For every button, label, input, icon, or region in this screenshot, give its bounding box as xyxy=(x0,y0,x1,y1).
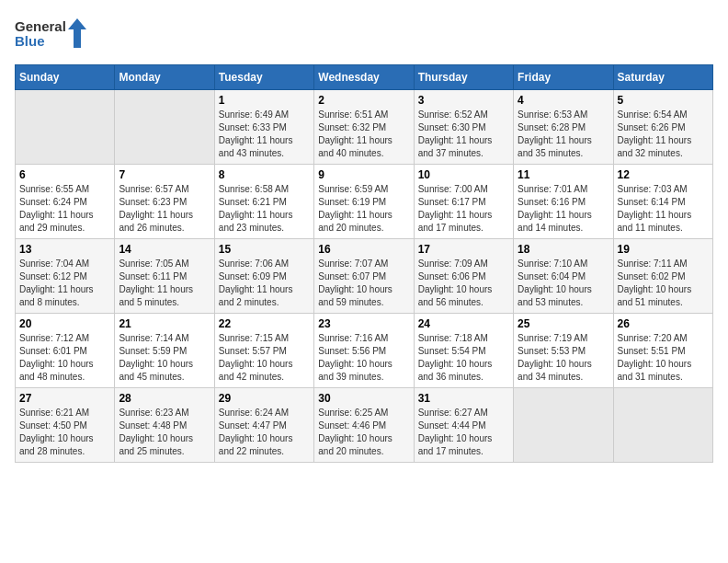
day-number: 4 xyxy=(518,94,609,107)
day-number: 5 xyxy=(618,94,709,107)
weekday-header: Tuesday xyxy=(214,65,313,90)
day-info: Sunrise: 7:03 AM Sunset: 6:14 PM Dayligh… xyxy=(618,183,709,235)
day-info: Sunrise: 7:16 AM Sunset: 5:56 PM Dayligh… xyxy=(318,332,409,384)
calendar-cell xyxy=(16,90,115,165)
day-number: 2 xyxy=(318,94,409,107)
calendar-cell: 3Sunrise: 6:52 AM Sunset: 6:30 PM Daylig… xyxy=(414,90,513,165)
day-info: Sunrise: 6:24 AM Sunset: 4:47 PM Dayligh… xyxy=(219,407,310,458)
day-info: Sunrise: 7:14 AM Sunset: 5:59 PM Dayligh… xyxy=(119,332,210,384)
weekday-header: Friday xyxy=(514,65,613,90)
calendar-cell: 28Sunrise: 6:23 AM Sunset: 4:48 PM Dayli… xyxy=(115,388,214,463)
calendar-cell: 30Sunrise: 6:25 AM Sunset: 4:46 PM Dayli… xyxy=(314,388,414,463)
day-info: Sunrise: 6:57 AM Sunset: 6:23 PM Dayligh… xyxy=(119,183,210,235)
day-info: Sunrise: 7:01 AM Sunset: 6:16 PM Dayligh… xyxy=(518,183,609,235)
calendar-week-row: 13Sunrise: 7:04 AM Sunset: 6:12 PM Dayli… xyxy=(16,239,713,314)
day-info: Sunrise: 7:04 AM Sunset: 6:12 PM Dayligh… xyxy=(19,258,110,309)
calendar-cell: 25Sunrise: 7:19 AM Sunset: 5:53 PM Dayli… xyxy=(514,314,613,388)
calendar-cell xyxy=(514,388,613,463)
calendar-cell: 9Sunrise: 6:59 AM Sunset: 6:19 PM Daylig… xyxy=(314,165,414,239)
calendar-cell: 29Sunrise: 6:24 AM Sunset: 4:47 PM Dayli… xyxy=(214,388,313,463)
day-info: Sunrise: 6:52 AM Sunset: 6:30 PM Dayligh… xyxy=(418,109,509,160)
weekday-header: Thursday xyxy=(414,65,513,90)
day-number: 12 xyxy=(618,168,709,181)
weekday-header: Monday xyxy=(115,65,214,90)
day-number: 18 xyxy=(518,243,609,256)
day-number: 8 xyxy=(219,168,310,181)
calendar-cell: 8Sunrise: 6:58 AM Sunset: 6:21 PM Daylig… xyxy=(214,165,313,239)
day-info: Sunrise: 6:51 AM Sunset: 6:32 PM Dayligh… xyxy=(318,109,409,160)
calendar-cell: 13Sunrise: 7:04 AM Sunset: 6:12 PM Dayli… xyxy=(16,239,115,314)
day-number: 15 xyxy=(219,243,310,256)
page-header: General Blue xyxy=(15,15,713,53)
day-info: Sunrise: 7:11 AM Sunset: 6:02 PM Dayligh… xyxy=(618,258,709,309)
day-info: Sunrise: 7:12 AM Sunset: 6:01 PM Dayligh… xyxy=(19,332,110,384)
calendar-cell xyxy=(115,90,214,165)
day-number: 26 xyxy=(618,317,709,330)
day-number: 14 xyxy=(119,243,210,256)
day-number: 28 xyxy=(119,392,210,405)
calendar-cell: 5Sunrise: 6:54 AM Sunset: 6:26 PM Daylig… xyxy=(613,90,712,165)
day-info: Sunrise: 6:21 AM Sunset: 4:50 PM Dayligh… xyxy=(19,407,110,458)
calendar-cell: 4Sunrise: 6:53 AM Sunset: 6:28 PM Daylig… xyxy=(514,90,613,165)
calendar-cell: 11Sunrise: 7:01 AM Sunset: 6:16 PM Dayli… xyxy=(514,165,613,239)
calendar-cell: 18Sunrise: 7:10 AM Sunset: 6:04 PM Dayli… xyxy=(514,239,613,314)
day-info: Sunrise: 7:18 AM Sunset: 5:54 PM Dayligh… xyxy=(418,332,509,384)
calendar-cell: 1Sunrise: 6:49 AM Sunset: 6:33 PM Daylig… xyxy=(214,90,313,165)
calendar-cell: 21Sunrise: 7:14 AM Sunset: 5:59 PM Dayli… xyxy=(115,314,214,388)
day-info: Sunrise: 7:00 AM Sunset: 6:17 PM Dayligh… xyxy=(418,183,509,235)
calendar-cell: 17Sunrise: 7:09 AM Sunset: 6:06 PM Dayli… xyxy=(414,239,513,314)
svg-text:Blue: Blue xyxy=(15,33,45,49)
day-number: 10 xyxy=(418,168,509,181)
day-info: Sunrise: 6:25 AM Sunset: 4:46 PM Dayligh… xyxy=(318,407,409,458)
calendar-cell: 23Sunrise: 7:16 AM Sunset: 5:56 PM Dayli… xyxy=(314,314,414,388)
day-number: 21 xyxy=(119,317,210,330)
svg-marker-2 xyxy=(68,18,86,48)
calendar-cell: 20Sunrise: 7:12 AM Sunset: 6:01 PM Dayli… xyxy=(16,314,115,388)
calendar-cell: 31Sunrise: 6:27 AM Sunset: 4:44 PM Dayli… xyxy=(414,388,513,463)
calendar-cell: 7Sunrise: 6:57 AM Sunset: 6:23 PM Daylig… xyxy=(115,165,214,239)
calendar-week-row: 20Sunrise: 7:12 AM Sunset: 6:01 PM Dayli… xyxy=(16,314,713,388)
calendar-cell: 2Sunrise: 6:51 AM Sunset: 6:32 PM Daylig… xyxy=(314,90,414,165)
day-number: 19 xyxy=(618,243,709,256)
day-info: Sunrise: 7:10 AM Sunset: 6:04 PM Dayligh… xyxy=(518,258,609,309)
day-info: Sunrise: 7:20 AM Sunset: 5:51 PM Dayligh… xyxy=(618,332,709,384)
weekday-header: Saturday xyxy=(613,65,712,90)
day-number: 23 xyxy=(318,317,409,330)
day-number: 22 xyxy=(219,317,310,330)
day-info: Sunrise: 7:15 AM Sunset: 5:57 PM Dayligh… xyxy=(219,332,310,384)
svg-text:General: General xyxy=(15,18,66,34)
day-info: Sunrise: 7:19 AM Sunset: 5:53 PM Dayligh… xyxy=(518,332,609,384)
day-number: 30 xyxy=(318,392,409,405)
calendar-cell: 19Sunrise: 7:11 AM Sunset: 6:02 PM Dayli… xyxy=(613,239,712,314)
day-number: 17 xyxy=(418,243,509,256)
calendar-header-row: SundayMondayTuesdayWednesdayThursdayFrid… xyxy=(16,65,713,90)
day-info: Sunrise: 7:09 AM Sunset: 6:06 PM Dayligh… xyxy=(418,258,509,309)
day-number: 16 xyxy=(318,243,409,256)
day-info: Sunrise: 7:07 AM Sunset: 6:07 PM Dayligh… xyxy=(318,258,409,309)
day-number: 11 xyxy=(518,168,609,181)
weekday-header: Sunday xyxy=(16,65,115,90)
day-number: 9 xyxy=(318,168,409,181)
day-number: 7 xyxy=(119,168,210,181)
calendar-cell: 15Sunrise: 7:06 AM Sunset: 6:09 PM Dayli… xyxy=(214,239,313,314)
day-info: Sunrise: 7:06 AM Sunset: 6:09 PM Dayligh… xyxy=(219,258,310,309)
day-number: 31 xyxy=(418,392,509,405)
day-number: 6 xyxy=(19,168,110,181)
day-info: Sunrise: 6:49 AM Sunset: 6:33 PM Dayligh… xyxy=(219,109,310,160)
day-number: 3 xyxy=(418,94,509,107)
calendar-cell: 22Sunrise: 7:15 AM Sunset: 5:57 PM Dayli… xyxy=(214,314,313,388)
day-number: 1 xyxy=(219,94,310,107)
calendar-week-row: 27Sunrise: 6:21 AM Sunset: 4:50 PM Dayli… xyxy=(16,388,713,463)
calendar-cell: 27Sunrise: 6:21 AM Sunset: 4:50 PM Dayli… xyxy=(16,388,115,463)
calendar-week-row: 6Sunrise: 6:55 AM Sunset: 6:24 PM Daylig… xyxy=(16,165,713,239)
day-info: Sunrise: 7:05 AM Sunset: 6:11 PM Dayligh… xyxy=(119,258,210,309)
day-info: Sunrise: 6:23 AM Sunset: 4:48 PM Dayligh… xyxy=(119,407,210,458)
day-info: Sunrise: 6:53 AM Sunset: 6:28 PM Dayligh… xyxy=(518,109,609,160)
day-info: Sunrise: 6:58 AM Sunset: 6:21 PM Dayligh… xyxy=(219,183,310,235)
day-number: 27 xyxy=(19,392,110,405)
calendar-cell: 26Sunrise: 7:20 AM Sunset: 5:51 PM Dayli… xyxy=(613,314,712,388)
day-number: 29 xyxy=(219,392,310,405)
calendar-cell: 10Sunrise: 7:00 AM Sunset: 6:17 PM Dayli… xyxy=(414,165,513,239)
calendar-table: SundayMondayTuesdayWednesdayThursdayFrid… xyxy=(15,64,713,463)
weekday-header: Wednesday xyxy=(314,65,414,90)
